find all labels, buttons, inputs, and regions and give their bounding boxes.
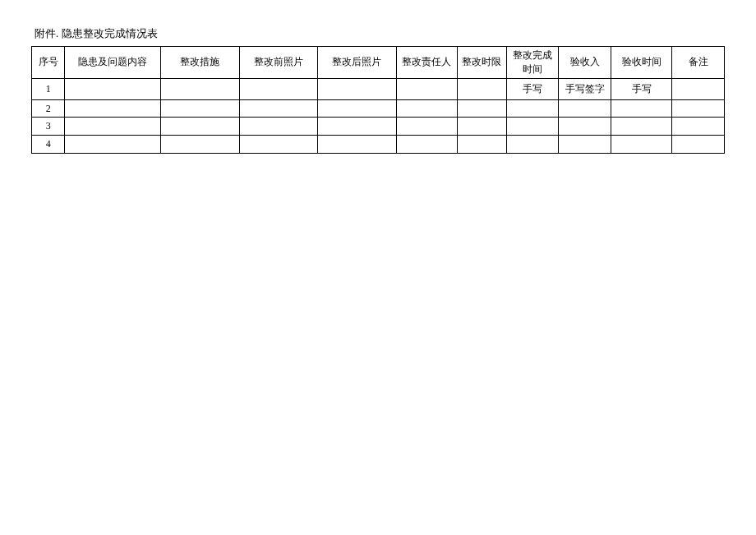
cell-seq: 3 bbox=[32, 118, 65, 136]
cell-complete-time: 手写 bbox=[506, 78, 559, 99]
cell-time-limit bbox=[458, 99, 506, 118]
cell-responsible bbox=[396, 78, 457, 99]
col-accept-time: 验收时间 bbox=[611, 47, 671, 79]
cell-time-limit bbox=[458, 136, 506, 154]
col-complete-time: 整改完成时间 bbox=[506, 47, 559, 79]
cell-responsible bbox=[396, 118, 457, 136]
cell-remark bbox=[672, 99, 725, 118]
cell-remark bbox=[672, 118, 725, 136]
cell-accept-by bbox=[559, 118, 611, 136]
col-remark: 备注 bbox=[672, 47, 725, 79]
rectification-table: 序号 隐患及问题内容 整改措施 整改前照片 整改后照片 整改责任人 整改时限 整… bbox=[31, 46, 725, 154]
cell-seq: 2 bbox=[32, 99, 65, 118]
cell-complete-time bbox=[506, 136, 559, 154]
col-measure: 整改措施 bbox=[161, 47, 240, 79]
cell-photo-after bbox=[318, 78, 397, 99]
table-row: 1 手写 手写签字 手写 bbox=[32, 78, 725, 99]
cell-accept-by bbox=[559, 99, 611, 118]
cell-issue bbox=[65, 78, 161, 99]
cell-complete-time bbox=[506, 99, 559, 118]
cell-measure bbox=[161, 118, 240, 136]
cell-photo-after bbox=[318, 118, 397, 136]
cell-measure bbox=[161, 136, 240, 154]
col-photo-before: 整改前照片 bbox=[239, 47, 318, 79]
cell-accept-time bbox=[611, 99, 671, 118]
table-row: 3 bbox=[32, 118, 725, 136]
col-seq: 序号 bbox=[32, 47, 65, 79]
cell-measure bbox=[161, 78, 240, 99]
cell-complete-time bbox=[506, 118, 559, 136]
cell-accept-by: 手写签字 bbox=[559, 78, 611, 99]
cell-time-limit bbox=[458, 78, 506, 99]
cell-photo-after bbox=[318, 99, 397, 118]
document-title: 附件. 隐患整改完成情况表 bbox=[31, 26, 725, 41]
cell-accept-time bbox=[611, 118, 671, 136]
cell-time-limit bbox=[458, 118, 506, 136]
cell-responsible bbox=[396, 136, 457, 154]
cell-accept-time bbox=[611, 136, 671, 154]
cell-photo-before bbox=[239, 99, 318, 118]
cell-accept-time: 手写 bbox=[611, 78, 671, 99]
table-row: 2 bbox=[32, 99, 725, 118]
cell-photo-after bbox=[318, 136, 397, 154]
cell-issue bbox=[65, 118, 161, 136]
col-time-limit: 整改时限 bbox=[458, 47, 506, 79]
col-issue: 隐患及问题内容 bbox=[65, 47, 161, 79]
cell-issue bbox=[65, 99, 161, 118]
cell-seq: 1 bbox=[32, 78, 65, 99]
col-accept-by: 验收入 bbox=[559, 47, 611, 79]
cell-remark bbox=[672, 78, 725, 99]
col-photo-after: 整改后照片 bbox=[318, 47, 397, 79]
table-row: 4 bbox=[32, 136, 725, 154]
cell-seq: 4 bbox=[32, 136, 65, 154]
cell-photo-before bbox=[239, 78, 318, 99]
cell-photo-before bbox=[239, 118, 318, 136]
cell-photo-before bbox=[239, 136, 318, 154]
cell-remark bbox=[672, 136, 725, 154]
table-header-row: 序号 隐患及问题内容 整改措施 整改前照片 整改后照片 整改责任人 整改时限 整… bbox=[32, 47, 725, 79]
col-responsible: 整改责任人 bbox=[396, 47, 457, 79]
cell-responsible bbox=[396, 99, 457, 118]
cell-accept-by bbox=[559, 136, 611, 154]
cell-measure bbox=[161, 99, 240, 118]
cell-issue bbox=[65, 136, 161, 154]
